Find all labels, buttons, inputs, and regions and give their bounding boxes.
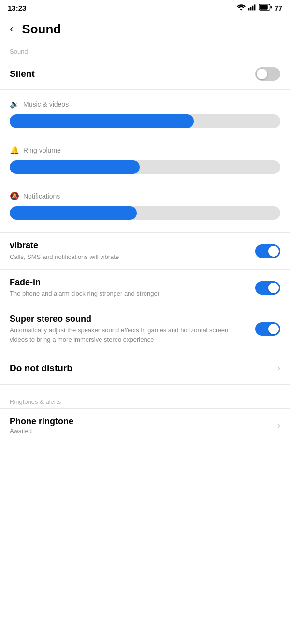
music-videos-section: 🔉 Music & videos <box>0 95 290 136</box>
music-videos-label: Music & videos <box>23 100 69 108</box>
music-videos-icon: 🔉 <box>10 100 19 109</box>
notifications-label-row: 🔕 Notifications <box>10 191 280 200</box>
fadein-toggle[interactable] <box>255 281 280 295</box>
super-stereo-text: Super stereo sound Automatically adjust … <box>10 314 255 343</box>
notifications-fill <box>10 206 137 220</box>
notifications-slider[interactable] <box>10 206 280 220</box>
notifications-section: 🔕 Notifications <box>0 186 290 228</box>
ringtones-section-label: Ringtones & alerts <box>0 394 290 408</box>
fadein-label: Fade-in <box>10 277 247 287</box>
do-not-disturb-chevron: › <box>277 363 280 373</box>
battery-percent: 77 <box>275 4 282 12</box>
wifi-icon <box>237 4 246 12</box>
spacer-2 <box>0 136 290 141</box>
do-not-disturb-label: Do not disturb <box>10 363 72 373</box>
header: ‹ Sound <box>0 14 290 44</box>
silent-toggle-knob <box>257 69 267 79</box>
back-icon: ‹ <box>10 23 13 35</box>
music-videos-label-row: 🔉 Music & videos <box>10 100 280 109</box>
phone-ringtone-row[interactable]: Phone ringtone Awaited › <box>0 409 290 443</box>
vibrate-toggle[interactable] <box>255 244 280 258</box>
super-stereo-toggle[interactable] <box>255 322 280 336</box>
silent-label: Silent <box>10 69 35 79</box>
notifications-label: Notifications <box>23 192 60 200</box>
page-title: Sound <box>22 22 61 37</box>
super-stereo-desc: Automatically adjust the speaker sound e… <box>10 326 247 343</box>
ring-volume-section: 🔔 Ring volume <box>0 141 290 182</box>
fadein-row: Fade-in The phone and alarm clock ring s… <box>0 270 290 306</box>
status-time: 13:23 <box>8 4 26 12</box>
silent-toggle[interactable] <box>255 67 280 81</box>
status-right: 77 <box>237 4 282 12</box>
music-videos-slider[interactable] <box>10 114 280 128</box>
phone-ringtone-chevron: › <box>277 420 280 430</box>
do-not-disturb-row[interactable]: Do not disturb › <box>0 352 290 384</box>
phone-ringtone-sub: Awaited <box>10 428 73 435</box>
svg-rect-0 <box>248 8 249 11</box>
svg-rect-1 <box>250 7 251 10</box>
ring-volume-label-row: 🔔 Ring volume <box>10 145 280 155</box>
super-stereo-row: Super stereo sound Automatically adjust … <box>0 306 290 351</box>
super-stereo-label: Super stereo sound <box>10 314 247 324</box>
fadein-desc: The phone and alarm clock ring stronger … <box>10 289 247 298</box>
svg-rect-5 <box>271 6 272 8</box>
spacer-4 <box>0 228 290 232</box>
sound-section-label: Sound <box>0 44 290 58</box>
status-bar: 13:23 77 <box>0 0 290 14</box>
ring-volume-icon: 🔔 <box>10 145 19 155</box>
silent-row: Silent <box>0 58 290 89</box>
ring-volume-label: Ring volume <box>23 146 61 154</box>
notifications-icon: 🔕 <box>10 191 19 200</box>
svg-rect-6 <box>260 5 268 10</box>
vibrate-desc: Calls, SMS and notifications will vibrat… <box>10 253 247 261</box>
music-videos-fill <box>10 114 194 128</box>
vibrate-label: vibrate <box>10 241 247 251</box>
spacer-3 <box>0 182 290 186</box>
fadein-toggle-knob <box>268 283 279 293</box>
spacer-5 <box>0 385 290 394</box>
fadein-text: Fade-in The phone and alarm clock ring s… <box>10 277 255 298</box>
back-button[interactable]: ‹ <box>8 21 15 37</box>
vibrate-toggle-knob <box>268 246 279 257</box>
phone-ringtone-label: Phone ringtone <box>10 416 73 427</box>
signal-icon <box>248 4 256 12</box>
svg-rect-2 <box>252 6 253 11</box>
battery-icon <box>259 4 272 12</box>
svg-rect-3 <box>254 4 255 10</box>
ringtone-text: Phone ringtone Awaited <box>10 416 73 435</box>
ring-volume-fill <box>10 160 140 174</box>
vibrate-row: vibrate Calls, SMS and notifications wil… <box>0 233 290 269</box>
super-stereo-toggle-knob <box>268 324 279 334</box>
vibrate-text: vibrate Calls, SMS and notifications wil… <box>10 241 255 261</box>
ring-volume-slider[interactable] <box>10 160 280 174</box>
spacer-1 <box>0 90 290 95</box>
